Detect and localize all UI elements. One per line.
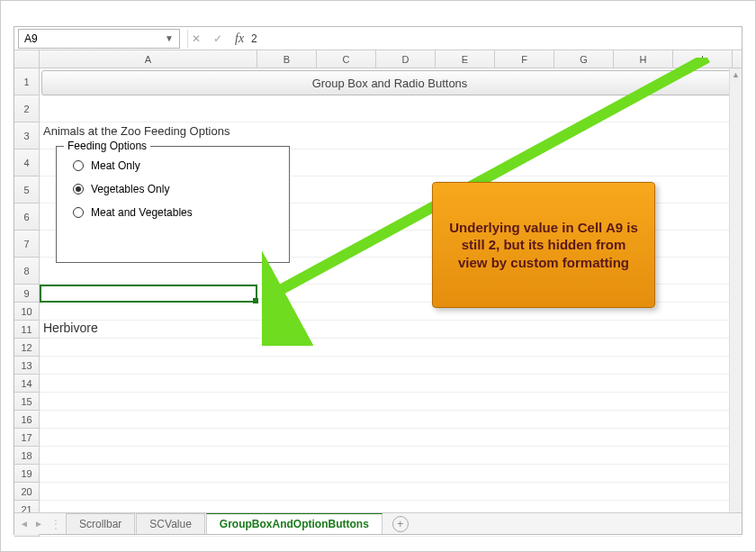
row-header[interactable]: 2 [14,95,40,122]
row-header[interactable]: 5 [14,176,40,204]
tab-scvalue[interactable]: SCValue [136,513,204,534]
col-header-b[interactable]: B [257,50,317,68]
zoo-title-text: Animals at the Zoo Feeding Options [43,124,230,138]
col-header-e[interactable]: E [436,50,495,68]
row-cells[interactable] [40,447,742,465]
formula-bar-icons: ✕ ✓ fx [192,32,244,46]
chevron-down-icon[interactable]: ▼ [165,33,174,43]
fx-icon[interactable]: fx [235,32,244,46]
row-header[interactable]: 4 [14,149,40,176]
row-header[interactable]: 19 [14,465,40,483]
row-cells[interactable] [40,483,742,501]
column-headers: A B C D E F G H I [14,50,742,68]
divider [187,30,188,48]
scroll-up-icon[interactable]: ▲ [730,68,742,81]
col-header-i[interactable]: I [673,50,733,68]
title-banner: Group Box and Radio Buttons [41,70,738,95]
col-header-c[interactable]: C [317,50,376,68]
radio-label: Meat and Vegetables [91,206,193,219]
radio-vegetables-only[interactable]: Vegetables Only [73,183,278,195]
row-cells[interactable] [40,357,742,375]
row-header[interactable]: 12 [14,339,40,357]
name-box-value: A9 [24,32,38,45]
row-header[interactable]: 15 [14,393,40,411]
col-header-h[interactable]: H [614,50,673,68]
sheet-tabs: ◄► ⋮ Scrollbar SCValue GroupBoxAndOption… [14,512,742,534]
row-header[interactable]: 6 [14,204,40,231]
formula-bar: A9 ▼ ✕ ✓ fx 2 [14,27,742,50]
row-header[interactable]: 11 [14,321,40,339]
row-cells[interactable] [40,375,742,393]
row-header[interactable]: 17 [14,429,40,447]
feeding-options-groupbox: Feeding Options Meat Only Vegetables Onl… [56,146,290,263]
cancel-icon[interactable]: ✕ [192,32,201,45]
callout-text: Underlying value in Cell A9 is still 2, … [447,219,640,272]
radio-icon [73,160,84,171]
banner-text: Group Box and Radio Buttons [312,77,468,90]
row-cells[interactable] [40,393,742,411]
row-header[interactable]: 20 [14,483,40,501]
radio-icon [73,207,84,218]
radio-meat-and-vegetables[interactable]: Meat and Vegetables [73,206,278,219]
radio-icon [73,184,84,195]
add-sheet-button[interactable]: + [392,516,409,532]
radio-meat-only[interactable]: Meat Only [73,159,278,172]
excel-frame: A9 ▼ ✕ ✓ fx 2 A B C D E F G H I 1 2 3 4 … [14,26,742,535]
formula-input[interactable]: 2 [244,32,742,45]
tab-scrollbar[interactable]: Scrollbar [66,513,135,534]
row-header[interactable]: 3 [14,122,40,149]
name-box[interactable]: A9 ▼ [18,29,180,49]
col-header-g[interactable]: G [554,50,614,68]
col-header-d[interactable]: D [376,50,436,68]
row-cells[interactable] [40,411,742,429]
row-cells[interactable] [40,339,742,357]
row-cells[interactable] [40,95,742,122]
row-header[interactable]: 13 [14,357,40,375]
tab-separator: ⋮ [47,514,65,534]
row-header[interactable]: 7 [14,231,40,258]
confirm-icon[interactable]: ✓ [213,32,222,45]
tab-groupbox[interactable]: GroupBoxAndOptionButtons [206,513,382,534]
herbivore-text: Herbivore [43,321,98,335]
select-all-corner[interactable] [14,50,40,68]
radio-label: Vegetables Only [91,183,169,195]
vertical-scrollbar[interactable]: ▲ [729,68,742,512]
row-cells[interactable] [40,465,742,483]
row-header[interactable]: 10 [14,303,40,321]
row-header[interactable]: 8 [14,258,40,285]
row-cells[interactable] [40,429,742,447]
row-header[interactable]: 9 [14,285,40,303]
row-header[interactable]: 14 [14,375,40,393]
annotation-callout: Underlying value in Cell A9 is still 2, … [432,182,655,308]
row-cells[interactable] [40,321,742,339]
radio-label: Meat Only [91,159,140,172]
col-header-f[interactable]: F [495,50,554,68]
row-header[interactable]: 16 [14,411,40,429]
row-header[interactable]: 18 [14,447,40,465]
tab-nav-arrows[interactable]: ◄► [18,517,45,530]
row-header[interactable]: 1 [14,68,40,95]
col-header-a[interactable]: A [40,50,257,68]
groupbox-legend: Feeding Options [64,140,150,152]
